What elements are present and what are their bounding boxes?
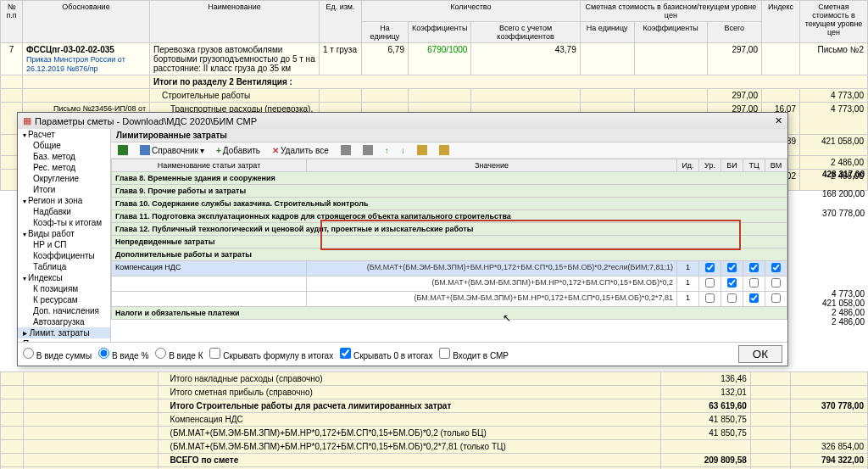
col-cost: Сметная стоимость в базисном/текущем уро… xyxy=(580,1,761,22)
tree-item[interactable]: К ресурсам xyxy=(18,294,110,305)
col-curcost: Сметная стоимость в текущем уровне цен xyxy=(800,1,868,43)
chapter-row[interactable]: Глава 9. Прочие работы и затраты xyxy=(112,185,787,198)
arrow-up-icon: ↑ xyxy=(385,146,389,155)
col-name: Наименование xyxy=(150,1,320,43)
app-icon: ▦ xyxy=(23,115,31,126)
tree-item[interactable]: Автозагрузка xyxy=(18,316,110,327)
radio-sum[interactable]: В виде суммы xyxy=(23,348,92,360)
tree-item[interactable]: Общие xyxy=(18,140,110,151)
table-row[interactable]: Строительные работы297,004 773,00 xyxy=(1,89,868,103)
table-row[interactable]: Компенсация НДС41 850,75 xyxy=(1,413,868,427)
radio-pct[interactable]: В виде % xyxy=(98,348,148,360)
tree-section[interactable]: Расчет xyxy=(18,129,110,140)
table-row[interactable]: Итого накладные расходы (справочно)136,4… xyxy=(1,372,868,386)
table-row[interactable]: Итого сметная прибыль (справочно)132,01 xyxy=(1,386,868,399)
paste-button[interactable] xyxy=(359,144,376,156)
paste-icon xyxy=(363,145,373,155)
table-row[interactable]: ВСЕГО по смете209 809,58794 322,00 xyxy=(1,454,868,467)
limits-table[interactable]: Наименование статьи затрат Значение Ид. … xyxy=(111,159,787,320)
nav-tree[interactable]: РасчетОбщиеБаз. методРес. методОкруглени… xyxy=(18,129,111,342)
dialog-title: Параметры сметы - Download\МДС 2020\БИМ … xyxy=(35,116,257,126)
pane-title: Лимитированные затраты xyxy=(111,129,787,142)
bottom-grid: Итого накладные расходы (справочно)136,4… xyxy=(0,371,868,469)
tree-item[interactable]: НР и СП xyxy=(18,239,110,250)
copy-icon xyxy=(341,145,351,155)
dialog-footer: В виде суммы В виде % В виде К Скрывать … xyxy=(18,342,787,366)
toolbar: Справочник ▾ + Добавить ✕ Удалить все ↑ … xyxy=(111,142,787,159)
col-index: Индекс xyxy=(762,1,800,43)
chapter-row[interactable]: Непредвиденные затраты xyxy=(112,236,787,248)
tree-item[interactable]: Рес. метод xyxy=(18,162,110,173)
tree-item-selected[interactable]: ▸ Лимит. затраты xyxy=(18,327,110,338)
table-row[interactable]: Итоги по разделу 2 Вентиляция : xyxy=(1,75,868,89)
table-row[interactable]: 7 ФССЦпг-03-02-02-035Приказ Минстроя Рос… xyxy=(1,43,868,75)
dialog-titlebar[interactable]: ▦ Параметры сметы - Download\МДС 2020\БИ… xyxy=(18,113,787,129)
chapter-row[interactable]: Глава 11. Подготовка эксплуатационных ка… xyxy=(112,210,787,223)
down-button[interactable]: ↓ xyxy=(398,145,409,156)
tree-item[interactable]: Коэф-ты к итогам xyxy=(18,217,110,228)
right-totals: 428 317,00 168 200,00 370 778,00 4 773,0… xyxy=(797,170,865,327)
col-unit: Ед. изм. xyxy=(320,1,362,43)
delete-all-button[interactable]: ✕ Удалить все xyxy=(269,145,332,156)
chk-into-cmp[interactable]: Входит в СМР xyxy=(439,348,509,360)
params-dialog: ▦ Параметры сметы - Download\МДС 2020\БИ… xyxy=(17,112,788,366)
formula-row[interactable]: (БМ.МАТ+(БМ.ЭМ-БМ.ЗПМ)+БМ.НР*0,172+БМ.СП… xyxy=(112,292,787,307)
import-icon xyxy=(439,145,449,155)
tree-item[interactable]: Переменные xyxy=(18,338,110,342)
chapter-row[interactable]: Дополнительные работы и затраты xyxy=(112,248,787,261)
tree-item[interactable]: Коэффициенты xyxy=(18,250,110,261)
tree-section[interactable]: Индексы xyxy=(18,272,110,283)
up-button[interactable]: ↑ xyxy=(381,145,392,156)
table-row[interactable]: (БМ.МАТ+(БМ.ЭМ-БМ.ЗПМ)+БМ.НР*0,172+БМ.СП… xyxy=(1,440,868,454)
tree-section[interactable]: Виды работ xyxy=(18,228,110,239)
copy-button[interactable] xyxy=(337,144,354,156)
chapter-row[interactable]: Глава 8. Временные здания и сооружения xyxy=(112,172,787,185)
tree-item[interactable]: Доп. начисления xyxy=(18,305,110,316)
arrow-down-icon: ↓ xyxy=(401,146,405,155)
help-button[interactable]: Справочник ▾ xyxy=(136,144,208,156)
tree-section[interactable]: Регион и зона xyxy=(18,195,110,206)
tree-item[interactable]: Таблица xyxy=(18,261,110,272)
chapter-row[interactable]: Глава 12. Публичный технологический и це… xyxy=(112,223,787,236)
book-icon xyxy=(140,145,150,155)
save-button[interactable] xyxy=(114,144,131,156)
chk-hide-formula[interactable]: Скрывать формулу в итогах xyxy=(209,348,333,360)
formula-row[interactable]: (БМ.МАТ+(БМ.ЭМ-БМ.ЗПМ)+БМ.НР*0,172+БМ.СП… xyxy=(112,276,787,292)
close-icon[interactable]: ✕ xyxy=(775,115,782,126)
col-num: № п.п xyxy=(1,1,23,43)
tree-item[interactable]: Округление xyxy=(18,173,110,184)
export-button[interactable] xyxy=(414,144,431,156)
export-icon xyxy=(417,145,427,155)
tax-row[interactable]: Налоги и обязательные платежи xyxy=(112,307,787,320)
add-button[interactable]: + Добавить xyxy=(213,145,264,156)
table-row[interactable]: Итого Строительные работы для расчета ли… xyxy=(1,399,868,413)
col-obosn: Обоснование xyxy=(23,1,150,43)
nds-row[interactable]: Компенсация НДС(БМ.МАТ+(БМ.ЭМ-БМ.ЗПМ)+БМ… xyxy=(112,261,787,276)
chapter-row[interactable]: Глава 10. Содержание службы заказчика. С… xyxy=(112,198,787,210)
tree-item[interactable]: Надбавки xyxy=(18,206,110,217)
import-button[interactable] xyxy=(436,144,453,156)
tree-item[interactable]: К позициям xyxy=(18,283,110,294)
radio-k[interactable]: В виде К xyxy=(155,348,203,360)
table-row[interactable]: (БМ.МАТ+(БМ.ЭМ-БМ.ЗПМ)+БМ.НР*0,172+БМ.СП… xyxy=(1,427,868,440)
tree-item[interactable]: Баз. метод xyxy=(18,151,110,162)
tree-item[interactable]: Итоги xyxy=(18,184,110,195)
col-qty: Количество xyxy=(362,1,581,22)
chk-hide-zero[interactable]: Скрывать 0 в итогах xyxy=(340,348,432,360)
ok-button[interactable]: ОК xyxy=(738,345,782,363)
save-icon xyxy=(118,145,128,155)
cursor-icon: ↖ xyxy=(503,312,511,324)
